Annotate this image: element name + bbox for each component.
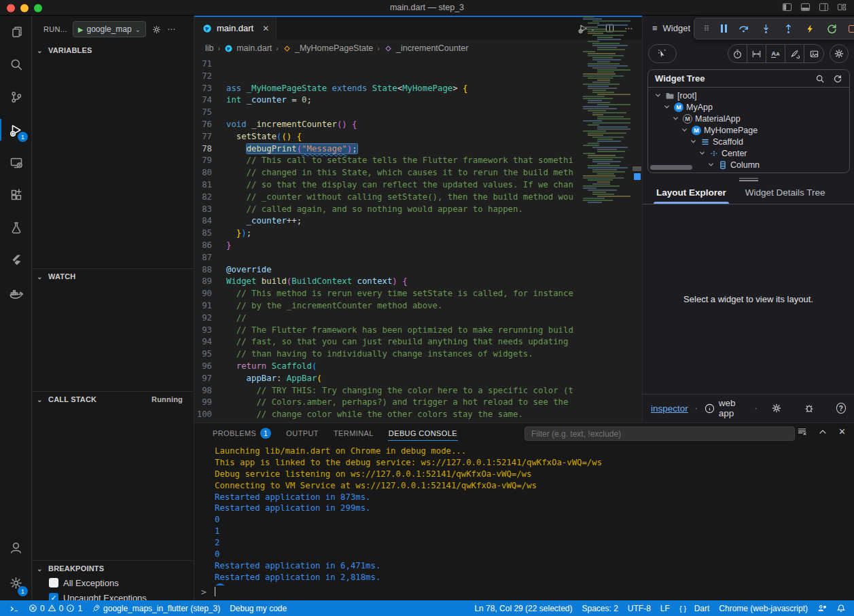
line-number[interactable]: 71 — [194, 58, 226, 71]
menu-icon[interactable]: ≡ — [652, 23, 658, 33]
pause-icon[interactable] — [721, 22, 727, 35]
line-number[interactable]: 77 — [194, 131, 226, 143]
breadcrumb-item[interactable]: _MyHomePageState — [283, 43, 373, 53]
code-editor[interactable]: 717273ass _MyHomePageState extends State… — [194, 58, 579, 422]
line-number[interactable]: 96 — [194, 361, 226, 373]
stop-icon[interactable] — [849, 22, 854, 35]
activity-search-icon[interactable] — [0, 48, 32, 81]
breadcrumb-item[interactable]: main.dart — [224, 43, 272, 53]
call-stack-section-header[interactable]: ⌄ CALL STACK Running — [33, 393, 194, 406]
settings-icon[interactable] — [771, 403, 782, 414]
search-icon[interactable] — [815, 74, 825, 84]
close-panel-icon[interactable]: ✕ — [838, 427, 846, 437]
runtime-status[interactable]: Chrome (web-javascript) — [714, 604, 813, 613]
customize-layout-icon[interactable] — [837, 2, 847, 12]
widget-tree-node[interactable]: M MyHomePage — [648, 124, 849, 136]
line-number[interactable]: 97 — [194, 373, 226, 385]
select-widget-mode-button[interactable] — [648, 44, 677, 63]
line-number[interactable]: 95 — [194, 348, 226, 361]
line-number[interactable]: 74 — [194, 94, 226, 107]
chevron-down-icon[interactable] — [671, 114, 680, 123]
panel-tab-debug-console[interactable]: DEBUG CONSOLE — [382, 423, 463, 443]
slow-animations-icon[interactable] — [728, 45, 747, 62]
launch-configuration-dropdown[interactable]: ▶ google_map ⌄ — [73, 21, 146, 37]
filter-input[interactable] — [525, 429, 794, 439]
line-number[interactable]: 89 — [194, 276, 226, 288]
panel-tab-terminal[interactable]: TERMINAL — [327, 423, 380, 443]
chevron-down-icon[interactable] — [698, 149, 707, 158]
language-mode[interactable]: { } Dart — [675, 604, 714, 613]
widget-tree-node[interactable]: Center — [648, 147, 849, 159]
watch-section-header[interactable]: ⌄ WATCH — [33, 270, 194, 283]
tab-layout-explorer[interactable]: Layout Explorer — [650, 183, 733, 204]
minimap[interactable] — [581, 16, 630, 213]
line-number[interactable]: 94 — [194, 336, 226, 348]
line-number[interactable]: 87 — [194, 252, 226, 264]
chevron-down-icon[interactable] — [662, 103, 671, 111]
chevron-down-icon[interactable] — [707, 160, 715, 169]
step-into-icon[interactable] — [760, 22, 772, 35]
line-number[interactable]: 85 — [194, 228, 226, 240]
line-number[interactable]: 76 — [194, 119, 226, 131]
toggle-secondary-sidebar-icon[interactable] — [819, 2, 829, 12]
close-icon[interactable]: ✕ — [262, 24, 269, 33]
cursor-position[interactable]: Ln 78, Col 29 (22 selected) — [469, 604, 577, 613]
hot-reload-icon[interactable] — [805, 22, 815, 35]
step-over-icon[interactable] — [738, 22, 749, 35]
activity-docker-icon[interactable] — [0, 276, 32, 309]
line-number[interactable]: 73 — [194, 83, 226, 95]
widget-tree-node[interactable]: [root] — [648, 90, 849, 101]
splitter-handle[interactable] — [643, 176, 854, 183]
show-guidelines-icon[interactable] — [747, 45, 766, 62]
indentation-status[interactable]: Spaces: 2 — [577, 604, 622, 613]
line-number[interactable]: 99 — [194, 397, 226, 409]
line-number[interactable]: 80 — [194, 167, 226, 179]
line-number[interactable]: 83 — [194, 204, 226, 216]
show-baselines-icon[interactable]: AA — [766, 45, 785, 62]
line-number[interactable]: 88 — [194, 264, 226, 276]
feedback-icon[interactable] — [813, 604, 832, 613]
line-number[interactable]: 91 — [194, 300, 226, 312]
toggle-primary-sidebar-icon[interactable] — [782, 2, 792, 12]
step-out-icon[interactable] — [783, 22, 794, 35]
line-number[interactable]: 90 — [194, 288, 226, 300]
variables-section-header[interactable]: ⌄ VARIABLES — [33, 43, 194, 57]
activity-remote-explorer-icon[interactable] — [0, 146, 32, 179]
widget-tree-node[interactable]: M MyApp — [648, 101, 849, 113]
line-number[interactable]: 93 — [194, 325, 226, 337]
run-settings-gear-icon[interactable] — [152, 24, 162, 35]
line-number[interactable]: 82 — [194, 192, 226, 204]
task-status[interactable]: Debug my code — [225, 600, 291, 616]
remote-indicator[interactable] — [0, 600, 24, 616]
chevron-down-icon[interactable] — [689, 137, 698, 146]
breadcrumb-item[interactable]: lib — [205, 43, 214, 53]
activity-source-control-icon[interactable] — [0, 81, 32, 113]
chevron-down-icon[interactable] — [654, 91, 662, 100]
activity-accounts-icon[interactable] — [0, 530, 32, 565]
maximize-panel-icon[interactable] — [818, 427, 828, 437]
tab-widget-details-tree[interactable]: Widget Details Tree — [739, 183, 832, 204]
line-number[interactable]: 78 — [194, 143, 226, 156]
line-number[interactable]: 86 — [194, 240, 226, 252]
inspector-page-link[interactable]: inspector — [651, 403, 688, 414]
line-number[interactable]: 75 — [194, 107, 226, 119]
widget-tree-node[interactable]: M MaterialApp — [648, 113, 849, 124]
widget-tree-hscrollbar[interactable] — [650, 165, 692, 170]
line-number[interactable]: 79 — [194, 155, 226, 167]
highlight-repaints-icon[interactable] — [785, 45, 804, 62]
panel-tab-output[interactable]: OUTPUT — [280, 423, 325, 443]
encoding-status[interactable]: UTF-8 — [623, 604, 656, 613]
toggle-panel-icon[interactable] — [800, 2, 811, 12]
clear-console-icon[interactable] — [797, 427, 807, 437]
help-icon[interactable]: ? — [836, 403, 846, 414]
activity-extensions-icon[interactable] — [0, 179, 32, 211]
editor-scrollbar[interactable] — [632, 16, 642, 380]
bell-icon[interactable] — [832, 604, 854, 613]
line-number[interactable]: 100 — [194, 409, 226, 421]
activity-run-and-debug-icon[interactable]: 1 — [0, 113, 32, 146]
highlight-oversized-images-icon[interactable] — [804, 45, 823, 62]
activity-testing-icon[interactable] — [0, 211, 32, 244]
tab-main-dart[interactable]: main.dart ✕ — [194, 17, 277, 39]
eol-status[interactable]: LF — [656, 604, 675, 613]
more-actions-icon[interactable]: ⋯ — [167, 24, 175, 34]
